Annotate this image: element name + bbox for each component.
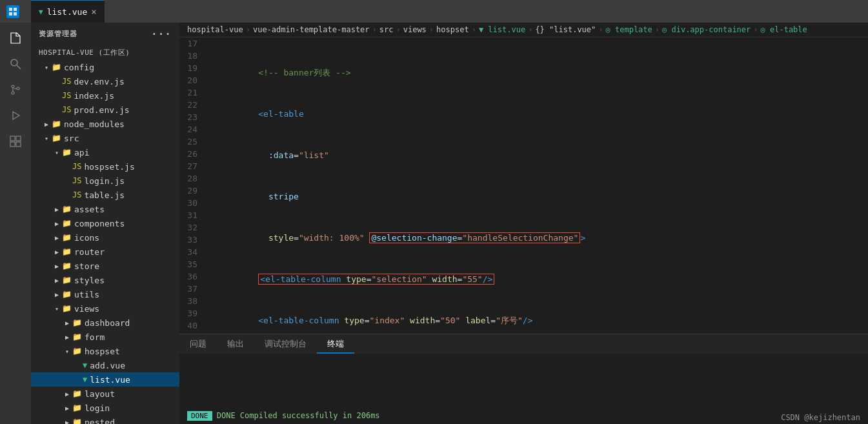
code-line-20: stripe bbox=[208, 190, 868, 203]
sidebar-more-button[interactable]: ··· bbox=[151, 28, 172, 40]
breadcrumb-divappcontainer[interactable]: ◎ div.app-container bbox=[662, 25, 751, 34]
bottom-panel: 问题 输出 调试控制台 终端 DONE DONE Compiled succes… bbox=[179, 334, 868, 424]
panel-tab-debug[interactable]: 调试控制台 bbox=[254, 336, 317, 354]
svg-rect-10 bbox=[10, 136, 15, 141]
code-line-22: <el-table-column type="selection" width=… bbox=[208, 273, 868, 285]
sidebar-item-assets[interactable]: ▶ 📁 assets bbox=[31, 202, 179, 216]
sidebar-item-utils[interactable]: ▶ 📁 utils bbox=[31, 287, 179, 301]
code-line-17: <!-- banner列表 --> bbox=[208, 66, 868, 79]
sidebar-item-nested[interactable]: ▶ 📁 nested bbox=[31, 415, 179, 424]
sidebar-item-listvue[interactable]: ▼ list.vue bbox=[31, 372, 179, 387]
svg-point-6 bbox=[12, 85, 14, 88]
panel-tab-problems[interactable]: 问题 bbox=[179, 336, 217, 354]
svg-rect-12 bbox=[10, 142, 15, 146]
svg-rect-13 bbox=[16, 142, 21, 146]
breadcrumb: hospital-vue › vue-admin-template-master… bbox=[179, 23, 868, 37]
svg-line-5 bbox=[17, 65, 21, 69]
breadcrumb-listvue[interactable]: ▼ list.vue bbox=[479, 25, 525, 34]
breadcrumb-eltable[interactable]: ◎ el-table bbox=[761, 25, 807, 34]
content-area: 17 18 19 20 21 22 23 24 25 26 27 28 29 3… bbox=[179, 37, 868, 334]
activity-debug-icon[interactable] bbox=[5, 105, 26, 126]
sidebar-item-styles[interactable]: ▶ 📁 styles bbox=[31, 273, 179, 287]
sidebar-item-components[interactable]: ▶ 📁 components bbox=[31, 216, 179, 230]
code-line-23: <el-table-column type="index" width="50"… bbox=[208, 314, 868, 327]
svg-rect-0 bbox=[9, 8, 12, 11]
activity-git-icon[interactable] bbox=[5, 79, 26, 100]
breadcrumb-hospset[interactable]: hospset bbox=[436, 25, 469, 34]
panel-tab-terminal[interactable]: 终端 bbox=[317, 336, 354, 354]
activity-bar bbox=[0, 23, 31, 424]
activity-search-icon[interactable] bbox=[5, 54, 26, 74]
svg-point-4 bbox=[11, 59, 17, 66]
sidebar-item-dashboard[interactable]: ▶ 📁 dashboard bbox=[31, 316, 179, 330]
file-tab[interactable]: ▼ list.vue × bbox=[31, 0, 105, 23]
sidebar-item-prodenvjs[interactable]: JS prod.env.js bbox=[31, 103, 179, 117]
tab-close-button[interactable]: × bbox=[91, 6, 96, 17]
svg-rect-11 bbox=[16, 136, 21, 141]
svg-point-7 bbox=[12, 92, 14, 94]
svg-marker-9 bbox=[13, 112, 19, 119]
activity-extensions-icon[interactable] bbox=[5, 131, 26, 152]
sidebar-item-icons[interactable]: ▶ 📁 icons bbox=[31, 230, 179, 245]
svg-rect-3 bbox=[14, 12, 17, 15]
code-line-19: :data="list" bbox=[208, 149, 868, 161]
code-editor[interactable]: 17 18 19 20 21 22 23 24 25 26 27 28 29 3… bbox=[179, 37, 868, 334]
breadcrumb-template-master[interactable]: vue-admin-template-master bbox=[253, 25, 370, 34]
sidebar-item-tablejs[interactable]: JS table.js bbox=[31, 188, 179, 202]
breadcrumb-hospital-vue[interactable]: hospital-vue bbox=[187, 25, 243, 34]
sidebar-item-router[interactable]: ▶ 📁 router bbox=[31, 245, 179, 259]
panel-tab-output[interactable]: 输出 bbox=[217, 336, 254, 354]
sidebar-title: 资源管理器 bbox=[39, 29, 77, 39]
svg-rect-2 bbox=[9, 12, 12, 15]
main-layout: 资源管理器 ··· HOSPITAL-VUE (工作区) ▾ 📁 config … bbox=[0, 23, 868, 424]
line-numbers: 17 18 19 20 21 22 23 24 25 26 27 28 29 3… bbox=[179, 37, 205, 334]
sidebar-item-loginjs[interactable]: JS login.js bbox=[31, 174, 179, 188]
sidebar-item-src[interactable]: ▾ 📁 src bbox=[31, 131, 179, 145]
panel-content: DONE DONE Compiled successfully in 206ms… bbox=[179, 354, 868, 424]
breadcrumb-template[interactable]: ◎ template bbox=[606, 25, 652, 34]
sidebar-item-addvue[interactable]: ▼ add.vue bbox=[31, 358, 179, 372]
tab-label: list.vue bbox=[47, 7, 88, 17]
svg-point-8 bbox=[17, 87, 19, 90]
panel-tabs: 问题 输出 调试控制台 终端 bbox=[179, 334, 868, 354]
sidebar-item-hospset[interactable]: ▾ 📁 hospset bbox=[31, 344, 179, 358]
sidebar-header: 资源管理器 ··· bbox=[31, 23, 179, 45]
app-icon bbox=[6, 5, 19, 18]
activity-files-icon[interactable] bbox=[5, 28, 26, 48]
sidebar-item-hospsetjs[interactable]: JS hospset.js bbox=[31, 159, 179, 174]
sidebar-item-devenvjs[interactable]: JS dev.env.js bbox=[31, 74, 179, 88]
breadcrumb-src[interactable]: src bbox=[379, 25, 394, 34]
sidebar-item-api[interactable]: ▾ 📁 api bbox=[31, 145, 179, 159]
breadcrumb-views[interactable]: views bbox=[403, 25, 427, 34]
sidebar: 资源管理器 ··· HOSPITAL-VUE (工作区) ▾ 📁 config … bbox=[31, 23, 179, 424]
workspace-label: HOSPITAL-VUE (工作区) bbox=[31, 45, 179, 60]
sidebar-item-config[interactable]: ▾ 📁 config bbox=[31, 60, 179, 74]
sidebar-item-views[interactable]: ▾ 📁 views bbox=[31, 301, 179, 316]
panel-success-line: DONE DONE Compiled successfully in 206ms bbox=[187, 410, 860, 422]
code-line-18: <el-table bbox=[208, 108, 868, 120]
editor-area: hospital-vue › vue-admin-template-master… bbox=[179, 23, 868, 424]
sidebar-item-form[interactable]: ▶ 📁 form bbox=[31, 330, 179, 344]
sidebar-item-nodemodules[interactable]: ▶ 📁 node_modules bbox=[31, 117, 179, 131]
sidebar-item-layout[interactable]: ▶ 📁 layout bbox=[31, 387, 179, 401]
csdn-label: CSDN @kejizhentan bbox=[781, 413, 860, 422]
tab-bar: ▼ list.vue × bbox=[25, 0, 105, 23]
breadcrumb-listobj[interactable]: {} "list.vue" bbox=[535, 25, 596, 34]
sidebar-item-indexjs[interactable]: JS index.js bbox=[31, 88, 179, 103]
code-line-21: style="width: 100%" @selection-change="h… bbox=[208, 232, 868, 244]
vue-tab-icon: ▼ bbox=[39, 8, 43, 16]
sidebar-item-store[interactable]: ▶ 📁 store bbox=[31, 259, 179, 273]
code-content: <!-- banner列表 --> <el-table :data="list"… bbox=[205, 37, 868, 334]
title-bar: ▼ list.vue × bbox=[0, 0, 868, 23]
svg-rect-1 bbox=[14, 8, 17, 11]
panel-done-text: DONE Compiled successfully in 206ms bbox=[217, 411, 380, 420]
sidebar-item-login[interactable]: ▶ 📁 login bbox=[31, 401, 179, 415]
